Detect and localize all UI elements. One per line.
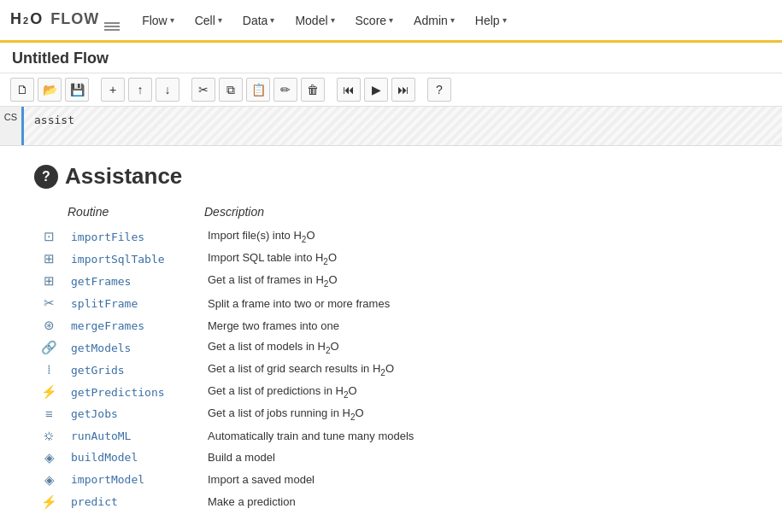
nav-data[interactable]: Data ▾	[234, 9, 284, 32]
row-routine[interactable]: getFrames	[64, 270, 201, 292]
nav-model[interactable]: Model ▾	[286, 9, 343, 32]
output-area: ? Assistance Routine Description ⊡import…	[0, 146, 782, 530]
move-down-button[interactable]: ↓	[156, 78, 179, 102]
row-icon: ⚡	[34, 381, 64, 403]
row-icon: ⊛	[34, 314, 64, 336]
table-row: ◈importModelImport a saved model	[34, 469, 756, 491]
table-row: ⛭runAutoMLAutomatically train and tune m…	[34, 425, 756, 447]
logo-o: O	[30, 10, 42, 28]
row-routine[interactable]: importModel	[64, 469, 201, 491]
row-description: Get a list of grid search results in H2O	[201, 359, 756, 381]
help-button[interactable]: ?	[427, 78, 451, 102]
row-routine[interactable]: buildModel	[64, 447, 201, 469]
top-bar: H2O FLOW Flow ▾ Cell ▾ Data ▾ Model ▾ Sc…	[0, 0, 782, 43]
row-icon: ≡	[34, 403, 64, 425]
row-description: Get a list of frames in H2O	[201, 270, 756, 292]
row-routine[interactable]: importSqlTable	[64, 248, 201, 270]
row-icon: ⚡	[34, 491, 64, 513]
row-routine[interactable]: getJobs	[64, 403, 201, 425]
row-icon: ⛭	[34, 425, 64, 447]
row-description: Get a list of predictions in H2O	[201, 381, 756, 403]
table-row: ≡getJobsGet a list of jobs running in H2…	[34, 403, 756, 425]
row-icon: ⊞	[34, 270, 64, 292]
row-icon: ⊞	[34, 248, 64, 270]
col-routine-header: Routine	[64, 203, 201, 225]
open-button[interactable]: 📂	[38, 78, 62, 102]
row-description: Merge two frames into one	[201, 314, 756, 336]
col-icon-header	[34, 203, 64, 225]
row-routine[interactable]: mergeFrames	[64, 314, 201, 336]
table-row: ⚡predictMake a prediction	[34, 491, 756, 513]
row-icon: ◈	[34, 447, 64, 469]
table-row: 🔗getModelsGet a list of models in H2O	[34, 336, 756, 359]
row-description: Automatically train and tune many models	[201, 425, 756, 447]
row-icon: 🔗	[34, 336, 64, 359]
main-nav: Flow ▾ Cell ▾ Data ▾ Model ▾ Score ▾ Adm…	[133, 9, 514, 32]
row-icon: ⊡	[34, 225, 64, 248]
assist-icon: ?	[34, 165, 58, 189]
table-row: ⊡importFilesImport file(s) into H2O	[34, 225, 756, 248]
row-icon: ⁞	[34, 359, 64, 381]
row-routine[interactable]: getPredictions	[64, 381, 201, 403]
cell-area: CS assist	[0, 107, 782, 146]
cell-label: CS	[0, 107, 24, 145]
table-row: ⊛mergeFramesMerge two frames into one	[34, 314, 756, 336]
row-routine[interactable]: importFiles	[64, 225, 201, 248]
new-button[interactable]: 🗋	[10, 78, 34, 102]
step-to-start-button[interactable]: ⏮	[337, 78, 361, 102]
table-row: ⊞getFramesGet a list of frames in H2O	[34, 270, 756, 292]
save-button[interactable]: 💾	[65, 78, 89, 102]
copy-button[interactable]: ⧉	[219, 78, 243, 102]
add-cell-button[interactable]: +	[101, 78, 125, 102]
row-description: Import file(s) into H2O	[201, 225, 756, 248]
table-row: ✂splitFrameSplit a frame into two or mor…	[34, 292, 756, 314]
nav-cell[interactable]: Cell ▾	[186, 9, 231, 32]
assist-table: Routine Description ⊡importFilesImport f…	[34, 203, 756, 513]
cell-input[interactable]: assist	[24, 107, 782, 145]
row-description: Make a prediction	[201, 491, 756, 513]
row-icon: ◈	[34, 469, 64, 491]
paste-button[interactable]: 📋	[246, 78, 270, 102]
run-all-button[interactable]: ⏭	[391, 78, 415, 102]
row-description: Import SQL table into H2O	[201, 248, 756, 270]
table-row: ⚡getPredictionsGet a list of predictions…	[34, 381, 756, 403]
row-description: Split a frame into two or more frames	[201, 292, 756, 314]
logo-sub: 2	[23, 15, 28, 26]
nav-flow[interactable]: Flow ▾	[133, 9, 183, 32]
row-routine[interactable]: getModels	[64, 336, 201, 359]
toolbar: 🗋 📂 💾 + ↑ ↓ ✂ ⧉ 📋 ✏ 🗑 ⏮ ▶ ⏭ ?	[0, 73, 782, 107]
table-row: ⁞getGridsGet a list of grid search resul…	[34, 359, 756, 381]
row-routine[interactable]: getGrids	[64, 359, 201, 381]
nav-score[interactable]: Score ▾	[347, 9, 403, 32]
logo: H2O FLOW	[10, 10, 120, 31]
page-title: Untitled Flow	[12, 50, 109, 67]
logo-h2: H	[10, 10, 21, 28]
row-description: Get a list of jobs running in H2O	[201, 403, 756, 425]
row-routine[interactable]: predict	[64, 491, 201, 513]
cut-button[interactable]: ✂	[191, 78, 215, 102]
table-row: ⊞importSqlTableImport SQL table into H2O	[34, 248, 756, 270]
logo-flow: FLOW	[45, 10, 99, 28]
nav-help[interactable]: Help ▾	[467, 9, 515, 32]
title-bar: Untitled Flow	[0, 43, 782, 73]
row-description: Import a saved model	[201, 469, 756, 491]
row-routine[interactable]: splitFrame	[64, 292, 201, 314]
nav-admin[interactable]: Admin ▾	[405, 9, 463, 32]
delete-button[interactable]: 🗑	[301, 78, 325, 102]
run-button[interactable]: ▶	[364, 78, 388, 102]
edit-button[interactable]: ✏	[273, 78, 297, 102]
assist-title-text: Assistance	[65, 163, 182, 190]
table-row: ◈buildModelBuild a model	[34, 447, 756, 469]
assist-title: ? Assistance	[34, 163, 756, 190]
move-up-button[interactable]: ↑	[128, 78, 152, 102]
row-icon: ✂	[34, 292, 64, 314]
col-description-header: Description	[201, 203, 756, 225]
row-description: Get a list of models in H2O	[201, 336, 756, 359]
logo-lines	[104, 22, 120, 31]
row-description: Build a model	[201, 447, 756, 469]
row-routine[interactable]: runAutoML	[64, 425, 201, 447]
